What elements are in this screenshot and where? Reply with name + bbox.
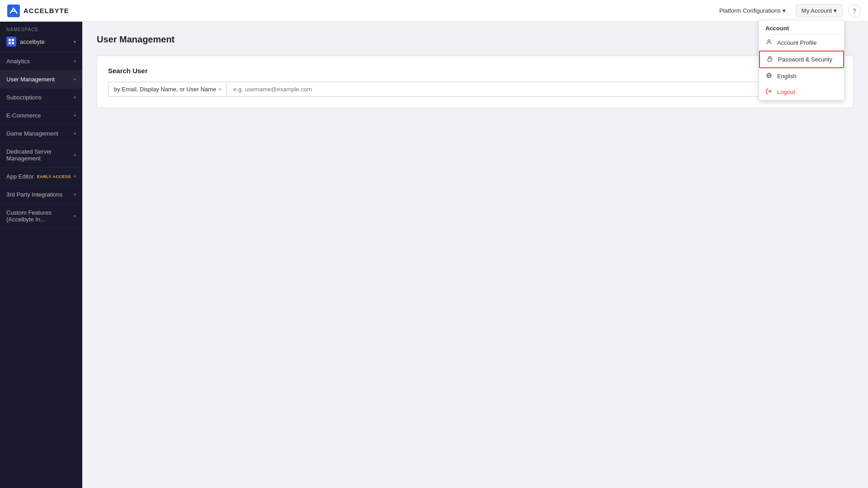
- accelbyte-logo-icon: [7, 5, 20, 17]
- custom-features-chevron-icon: ▾: [74, 214, 76, 219]
- my-account-label: My Account: [802, 7, 832, 14]
- logo-text: ACCELBYTE: [24, 7, 69, 14]
- search-input-wrap: [226, 82, 786, 97]
- search-input[interactable]: [231, 82, 775, 96]
- search-card: Search User by Email, Display Name, or U…: [97, 56, 854, 108]
- namespace-selector[interactable]: accelbyte ▾: [0, 34, 82, 52]
- namespace-chevron-icon: ▾: [74, 39, 76, 44]
- sidebar-item-ecommerce-label: E-Commerce: [6, 112, 74, 119]
- lock-icon: [766, 56, 774, 63]
- dropdown-header: Account: [759, 20, 844, 35]
- svg-rect-8: [9, 42, 11, 44]
- password-security-label: Password & Security: [778, 56, 832, 63]
- logo: ACCELBYTE: [7, 5, 69, 17]
- dedicated-server-chevron-icon: ▾: [74, 153, 76, 158]
- user-icon: [765, 39, 773, 47]
- namespace-icon: [6, 37, 16, 47]
- sidebar-item-user-management[interactable]: User Management ▾: [0, 70, 82, 89]
- platform-config-label: Platform Configurations: [719, 7, 781, 14]
- main-content: User Management Search User by Email, Di…: [82, 22, 868, 488]
- dropdown-item-password-security[interactable]: Password & Security: [759, 51, 844, 68]
- platform-config-button[interactable]: Platform Configurations ▾: [715, 5, 790, 17]
- sidebar-item-game-management[interactable]: Game Management ▾: [0, 125, 82, 143]
- sidebar-item-dedicated-server-label: Dedicated Server Management: [6, 148, 74, 162]
- app-editor-badge: EARLY ACCESS: [37, 174, 71, 179]
- sidebar: NAMESPACE accelbyte ▾ Analytics ▾ User M…: [0, 22, 82, 488]
- user-management-chevron-icon: ▾: [74, 77, 76, 82]
- sidebar-item-custom-features[interactable]: Custom Features (Accelbyte In... ▾: [0, 204, 82, 229]
- svg-rect-9: [12, 42, 14, 44]
- sidebar-item-dedicated-server[interactable]: Dedicated Server Management ▾: [0, 143, 82, 168]
- logout-icon: [765, 88, 773, 96]
- sidebar-item-user-management-label: User Management: [6, 76, 74, 83]
- 3rd-party-chevron-icon: ▾: [74, 192, 76, 197]
- dropdown-item-english[interactable]: English: [759, 68, 844, 84]
- dropdown-item-account-profile[interactable]: Account Profile: [759, 35, 844, 51]
- ecommerce-chevron-icon: ▾: [74, 113, 76, 118]
- header: ACCELBYTE Platform Configurations ▾ My A…: [0, 0, 868, 22]
- page-title: User Management: [97, 34, 854, 45]
- search-filter-select[interactable]: by Email, Display Name, or User Name ▾: [108, 82, 226, 97]
- dropdown-item-logout[interactable]: Logout: [759, 84, 844, 100]
- platform-config-chevron-icon: ▾: [783, 7, 786, 14]
- sidebar-item-game-management-label: Game Management: [6, 130, 74, 137]
- help-button[interactable]: ?: [848, 5, 861, 17]
- sidebar-item-subscriptions-label: Subscriptions: [6, 94, 74, 101]
- my-account-button[interactable]: My Account ▾: [796, 4, 843, 17]
- sidebar-item-custom-features-label: Custom Features (Accelbyte In...: [6, 209, 74, 223]
- search-row: by Email, Display Name, or User Name ▾ S…: [108, 82, 842, 97]
- sidebar-item-subscriptions[interactable]: Subscriptions ▾: [0, 89, 82, 107]
- subscriptions-chevron-icon: ▾: [74, 95, 76, 100]
- namespace-label: NAMESPACE: [0, 22, 82, 34]
- globe-icon: [765, 72, 773, 80]
- search-filter-selected-label: by Email, Display Name, or User Name: [114, 86, 216, 93]
- sidebar-item-3rd-party-label: 3rd Party Integrations: [6, 191, 74, 198]
- svg-rect-6: [9, 39, 11, 41]
- search-card-title: Search User: [108, 67, 842, 75]
- svg-rect-7: [12, 39, 14, 41]
- header-actions: Platform Configurations ▾ My Account ▾ ?: [715, 4, 861, 17]
- sidebar-item-analytics[interactable]: Analytics ▾: [0, 52, 82, 70]
- account-profile-label: Account Profile: [777, 39, 816, 46]
- svg-rect-2: [768, 58, 772, 61]
- main-layout: NAMESPACE accelbyte ▾ Analytics ▾ User M…: [0, 22, 868, 488]
- sidebar-item-3rd-party[interactable]: 3rd Party Integrations ▾: [0, 186, 82, 204]
- my-account-chevron-icon: ▾: [834, 7, 837, 14]
- analytics-chevron-icon: ▾: [74, 59, 76, 64]
- search-filter-chevron-icon: ▾: [219, 87, 221, 92]
- app-editor-chevron-icon: ▾: [74, 174, 76, 179]
- sidebar-item-ecommerce[interactable]: E-Commerce ▾: [0, 107, 82, 125]
- game-management-chevron-icon: ▾: [74, 131, 76, 136]
- sidebar-item-app-editor[interactable]: App Editor EARLY ACCESS ▾: [0, 168, 82, 186]
- sidebar-item-analytics-label: Analytics: [6, 58, 74, 65]
- svg-point-1: [768, 40, 770, 42]
- logout-label: Logout: [777, 89, 795, 95]
- help-icon: ?: [853, 7, 856, 14]
- namespace-name: accelbyte: [20, 38, 70, 45]
- english-label: English: [777, 73, 797, 80]
- account-dropdown-menu: Account Account Profile Password & Secur…: [759, 20, 844, 100]
- sidebar-item-app-editor-label: App Editor: [6, 173, 37, 180]
